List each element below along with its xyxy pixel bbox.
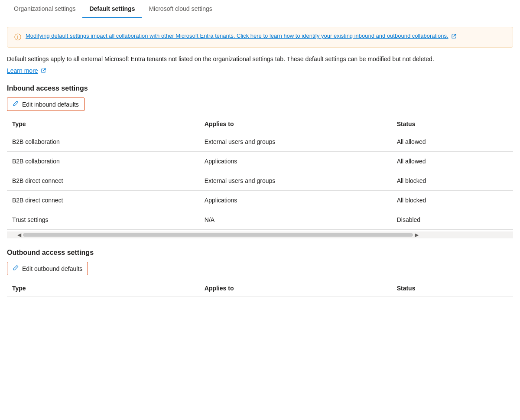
inbound-cell-type-0: B2B collaboration (7, 132, 199, 152)
inbound-cell-type-2: B2B direct connect (7, 171, 199, 191)
tab-organizational[interactable]: Organizational settings (7, 0, 82, 18)
inbound-cell-applies_to-4: N/A (199, 210, 392, 230)
inbound-col-status: Status (392, 116, 513, 132)
inbound-cell-status-0: All allowed (392, 132, 513, 152)
inbound-section-heading: Inbound access settings (7, 85, 513, 92)
inbound-cell-applies_to-2: External users and groups (199, 171, 392, 191)
learn-more-external-icon (41, 68, 46, 73)
warning-icon: ⓘ (14, 33, 21, 42)
inbound-cell-status-4: Disabled (392, 210, 513, 230)
inbound-cell-type-1: B2B collaboration (7, 152, 199, 171)
inbound-cell-status-2: All blocked (392, 171, 513, 191)
pencil-icon-inbound (13, 101, 19, 108)
learn-more-link[interactable]: Learn more (7, 67, 46, 74)
inbound-cell-status-3: All blocked (392, 191, 513, 210)
edit-outbound-label: Edit outbound defaults (22, 265, 82, 272)
outbound-col-type: Type (7, 280, 199, 296)
description-text: Default settings apply to all external M… (7, 55, 513, 64)
warning-banner: ⓘ Modifying default settings impact all … (7, 27, 513, 48)
edit-inbound-label: Edit inbound defaults (22, 101, 79, 108)
inbound-table-row: B2B collaborationExternal users and grou… (7, 132, 513, 152)
outbound-table-container: Type Applies to Status (7, 280, 513, 296)
tab-default-settings[interactable]: Default settings (82, 0, 142, 18)
tab-microsoft-cloud[interactable]: Microsoft cloud settings (142, 0, 219, 18)
outbound-col-status: Status (392, 280, 513, 296)
main-content: ⓘ Modifying default settings impact all … (0, 18, 520, 305)
outbound-col-applies: Applies to (199, 280, 392, 296)
inbound-table-row: B2B collaborationApplicationsAll allowed (7, 152, 513, 171)
inbound-table-row: B2B direct connectApplicationsAll blocke… (7, 191, 513, 210)
external-link-icon (451, 34, 456, 39)
warning-link[interactable]: Modifying default settings impact all co… (26, 33, 448, 39)
pencil-icon-outbound (13, 265, 19, 272)
edit-outbound-button[interactable]: Edit outbound defaults (7, 262, 88, 275)
inbound-scrollbar[interactable]: ◀ ▶ (7, 231, 513, 238)
warning-text: Modifying default settings impact all co… (26, 33, 456, 39)
inbound-col-type: Type (7, 116, 199, 132)
inbound-cell-status-1: All allowed (392, 152, 513, 171)
edit-inbound-button[interactable]: Edit inbound defaults (7, 98, 84, 111)
outbound-section-heading: Outbound access settings (7, 249, 513, 257)
scroll-right-arrow[interactable]: ▶ (413, 232, 420, 238)
inbound-cell-type-3: B2B direct connect (7, 191, 199, 210)
inbound-cell-applies_to-3: Applications (199, 191, 392, 210)
scroll-thumb[interactable] (23, 233, 413, 237)
inbound-table: Type Applies to Status B2B collaboration… (7, 116, 513, 230)
inbound-table-container: Type Applies to Status B2B collaboration… (7, 116, 513, 230)
scroll-left-arrow[interactable]: ◀ (16, 232, 23, 238)
inbound-col-applies: Applies to (199, 116, 392, 132)
inbound-cell-applies_to-0: External users and groups (199, 132, 392, 152)
inbound-cell-applies_to-1: Applications (199, 152, 392, 171)
inbound-table-row: B2B direct connectExternal users and gro… (7, 171, 513, 191)
inbound-table-row: Trust settingsN/ADisabled (7, 210, 513, 230)
outbound-table: Type Applies to Status (7, 280, 513, 296)
inbound-cell-type-4: Trust settings (7, 210, 199, 230)
tabs-navigation: Organizational settings Default settings… (0, 0, 520, 18)
